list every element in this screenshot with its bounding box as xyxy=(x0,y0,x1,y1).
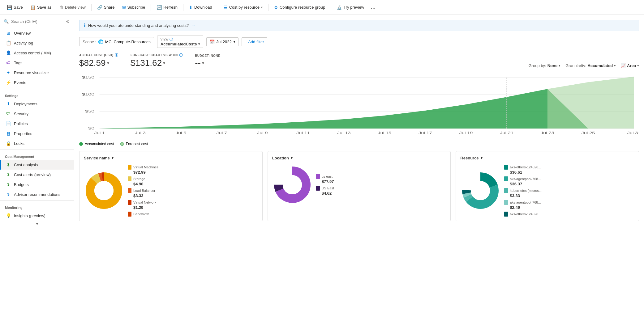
useast-upper-bar xyxy=(316,186,320,191)
main-layout: 🔍 « ⊞ Overview 📋 Activity log 👤 Access c… xyxy=(0,15,644,325)
sidebar-item-insights[interactable]: 💡 Insights (preview) xyxy=(0,211,74,221)
svg-text:Jul 17: Jul 17 xyxy=(419,131,432,135)
filter-bar: Scope : 🌐 MC_Compute-Resources VIEW ⓘ Ac… xyxy=(79,36,639,48)
actual-cost-info-icon: ⓘ xyxy=(115,53,118,57)
try-preview-button[interactable]: 🔬 Try preview xyxy=(333,3,367,12)
chart-type-chevron: ▾ xyxy=(637,64,639,68)
delete-view-button[interactable]: 🗑 Delete view xyxy=(56,3,89,12)
sidebar-item-properties[interactable]: ▦ Properties xyxy=(0,129,74,138)
toolbar-separator-2 xyxy=(151,4,151,11)
sidebar-item-locks[interactable]: 🔒 Locks xyxy=(0,138,74,148)
more-options-button[interactable]: ... xyxy=(368,3,378,12)
sidebar-search-container: 🔍 « xyxy=(0,15,74,28)
sidebar-item-security[interactable]: 🛡 Security xyxy=(0,109,74,119)
actual-cost-chevron[interactable]: ▾ xyxy=(107,61,109,65)
metrics-row: ACTUAL COST (USD) ⓘ $82.59 ▾ FORECAST: C… xyxy=(79,53,639,68)
sidebar-item-access-control[interactable]: 👤 Access control (IAM) xyxy=(0,48,74,58)
sidebar-divider-monitoring xyxy=(0,200,74,201)
chart-type-control[interactable]: 📈 Area ▾ xyxy=(621,63,639,68)
legend-item-storage: Storage $4.98 xyxy=(128,176,258,186)
resource-card-content: aks-others-124528... $36.61 aks-agentpoo… xyxy=(460,165,634,217)
service-donut-svg xyxy=(84,171,124,211)
overview-icon: ⊞ xyxy=(6,31,11,36)
group-by-control[interactable]: Group by: None ▾ xyxy=(529,63,561,68)
sidebar-item-cost-analysis[interactable]: $ Cost analysis xyxy=(0,160,74,170)
sidebar-item-tags[interactable]: 🏷 Tags xyxy=(0,58,74,68)
svg-text:Jul 7: Jul 7 xyxy=(216,131,227,135)
activity-log-icon: 📋 xyxy=(6,40,11,45)
download-button[interactable]: ⬇ Download xyxy=(186,3,215,12)
chevron-down-icon: ▾ xyxy=(261,6,263,9)
sidebar-item-deployments[interactable]: ⬆ Deployments xyxy=(0,99,74,109)
resource-card-title[interactable]: Resource ▾ xyxy=(460,156,634,160)
view-info-icon: ⓘ xyxy=(170,37,173,42)
info-banner-link[interactable]: → xyxy=(191,23,195,28)
scroll-down-indicator[interactable]: ▾ xyxy=(0,221,74,227)
list-icon: ☰ xyxy=(224,5,228,10)
view-selector[interactable]: VIEW ⓘ AccumulatedCosts ▾ xyxy=(157,36,203,48)
date-chevron-icon: ▾ xyxy=(234,40,235,44)
sidebar-item-overview[interactable]: ⊞ Overview xyxy=(0,28,74,38)
resource-card: Resource ▾ xyxy=(456,151,639,221)
sidebar-item-events[interactable]: ⚡ Events xyxy=(0,78,74,87)
legend-item-aks-others-1: aks-others-124528... $36.61 xyxy=(504,165,634,175)
svg-text:$0: $0 xyxy=(88,126,94,130)
locks-icon: 🔒 xyxy=(6,141,11,146)
save-button[interactable]: 💾 Save xyxy=(4,3,26,12)
settings-section-label: Settings xyxy=(0,90,74,99)
service-name-card-content: Virtual Machines $72.99 Storage $4.98 xyxy=(84,165,258,217)
sidebar-item-activity-log[interactable]: 📋 Activity log xyxy=(0,38,74,48)
refresh-button[interactable]: 🔄 Refresh xyxy=(153,3,181,12)
svg-point-27 xyxy=(94,181,114,200)
svg-text:Jul 23: Jul 23 xyxy=(541,131,554,135)
svg-text:Jul 9: Jul 9 xyxy=(257,131,268,135)
deployments-icon: ⬆ xyxy=(6,101,11,106)
granularity-chevron: ▾ xyxy=(614,64,616,68)
legend-item-aks-agentpool-1: aks-agentpool-768... $36.37 xyxy=(504,176,634,186)
sidebar-item-policies[interactable]: 📄 Policies xyxy=(0,119,74,129)
aks-agent-1-bar xyxy=(504,176,508,181)
info-icon: ℹ xyxy=(84,23,86,28)
download-icon: ⬇ xyxy=(189,5,193,10)
svg-text:Jul 15: Jul 15 xyxy=(378,131,391,135)
chart-controls: Group by: None ▾ Granularity: Accumulate… xyxy=(529,63,639,68)
service-chevron-icon: ▾ xyxy=(112,156,114,160)
resource-legend: aks-others-124528... $36.61 aks-agentpoo… xyxy=(504,165,634,217)
location-card-title[interactable]: Location ▾ xyxy=(272,156,446,160)
sidebar-item-advisor[interactable]: $ Advisor recommendations xyxy=(0,189,74,199)
subscribe-button[interactable]: ✉ Subscribe xyxy=(119,3,148,12)
service-name-card-title[interactable]: Service name ▾ xyxy=(84,156,258,160)
forecast-metric: FORECAST: CHART VIEW ON ⓘ $131.62 ▾ xyxy=(131,53,182,68)
save-as-button[interactable]: 📋 Save as xyxy=(27,3,55,12)
refresh-icon: 🔄 xyxy=(157,5,162,10)
resource-visualizer-icon: ✦ xyxy=(6,70,11,75)
forecast-legend-dot xyxy=(120,142,124,146)
cost-by-resource-button[interactable]: ☰ Cost by resource ▾ xyxy=(221,3,266,12)
actual-cost-metric: ACTUAL COST (USD) ⓘ $82.59 ▾ xyxy=(79,53,118,68)
tags-icon: 🏷 xyxy=(6,60,11,65)
resource-donut xyxy=(460,171,500,211)
add-filter-button[interactable]: + Add filter xyxy=(242,37,268,46)
forecast-area xyxy=(547,77,634,129)
granularity-control[interactable]: Granularity: Accumulated ▾ xyxy=(565,63,616,68)
svg-text:$150: $150 xyxy=(82,75,94,79)
date-selector[interactable]: 📅 Jul 2022 ▾ xyxy=(206,37,238,46)
sidebar-item-budgets[interactable]: $ Budgets xyxy=(0,179,74,189)
gear-icon: ⚙ xyxy=(274,5,278,10)
legend-item-kubernetes: kubernetes (micros... $3.33 xyxy=(504,188,634,198)
toolbar-separator-3 xyxy=(183,4,183,11)
forecast-chevron[interactable]: ▾ xyxy=(163,61,165,65)
toolbar-separator-6 xyxy=(331,4,331,11)
collapse-icon[interactable]: « xyxy=(65,17,70,25)
svg-point-36 xyxy=(471,181,490,200)
configure-resource-group-button[interactable]: ⚙ Configure resource group xyxy=(271,3,328,12)
sidebar-item-cost-alerts[interactable]: $ Cost alerts (preview) xyxy=(0,170,74,179)
svg-text:$100: $100 xyxy=(82,92,94,96)
forecast-info-icon: ⓘ xyxy=(179,53,183,57)
sidebar-item-resource-visualizer[interactable]: ✦ Resource visualizer xyxy=(0,68,74,78)
budget-chevron[interactable]: ▾ xyxy=(202,61,204,65)
scope-selector[interactable]: Scope : 🌐 MC_Compute-Resources xyxy=(79,37,154,46)
sidebar: 🔍 « ⊞ Overview 📋 Activity log 👤 Access c… xyxy=(0,15,74,325)
search-input[interactable] xyxy=(11,19,62,24)
share-button[interactable]: 🔗 Share xyxy=(94,3,118,12)
